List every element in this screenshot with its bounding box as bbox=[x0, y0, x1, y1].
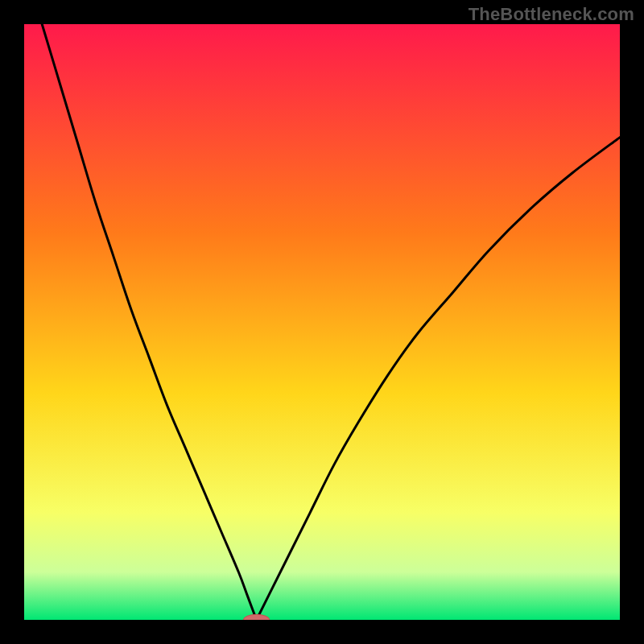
gradient-background bbox=[24, 24, 620, 620]
watermark-text: TheBottleneck.com bbox=[469, 4, 634, 25]
plot-area bbox=[24, 24, 620, 620]
plot-svg bbox=[24, 24, 620, 620]
chart-frame: TheBottleneck.com bbox=[0, 0, 644, 644]
